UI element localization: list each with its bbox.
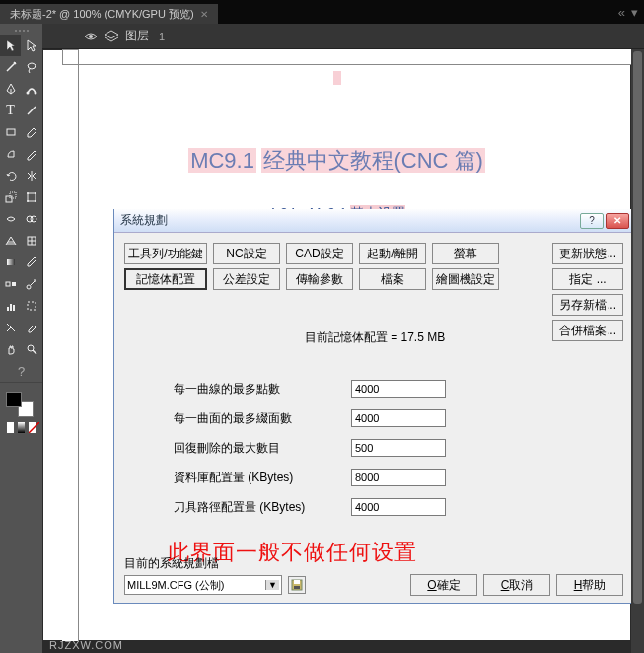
gradient-tool[interactable] <box>0 252 21 273</box>
tab-toolbar-hotkeys[interactable]: 工具列/功能鍵 <box>124 243 207 264</box>
dialog-footer: 目前的系統規劃檔 MILL9M.CFG (公制) ▼ O 確定 C 取消 H 帮… <box>124 555 623 596</box>
eyedropper-tool[interactable] <box>21 252 41 273</box>
tab-screen[interactable]: 螢幕 <box>432 243 499 264</box>
selection-marker <box>333 71 341 85</box>
param-input-surface-patches[interactable] <box>351 409 446 427</box>
line-segment-tool[interactable] <box>21 100 41 121</box>
svg-rect-5 <box>7 129 15 135</box>
svg-rect-24 <box>10 304 12 311</box>
param-input-db-kbytes[interactable] <box>351 469 446 486</box>
reflect-tool[interactable] <box>21 165 41 186</box>
param-row: 每一曲線的最多點數 <box>174 374 625 403</box>
layer-stack-icon[interactable] <box>104 30 119 43</box>
tab-tolerance[interactable]: 公差設定 <box>213 268 280 290</box>
symbol-sprayer-tool[interactable] <box>21 273 41 295</box>
magic-wand-tool[interactable] <box>0 56 21 78</box>
save-icon-button[interactable] <box>288 576 306 594</box>
layer-visibility-icon[interactable] <box>84 31 98 42</box>
system-config-dialog: 系統規劃 ? ✕ 工具列/功能鍵 NC設定 CAD設定 起動/離開 螢幕 記憶体… <box>113 209 634 604</box>
tab-next-icon[interactable]: ▾ <box>629 5 640 20</box>
save-as-button[interactable]: 另存新檔... <box>552 294 623 316</box>
eraser-tool[interactable] <box>21 317 41 338</box>
pencil-tool[interactable] <box>21 143 41 165</box>
shape-builder-tool[interactable] <box>21 208 41 230</box>
rotate-tool[interactable] <box>0 165 21 186</box>
selection-tool[interactable] <box>0 35 21 56</box>
tab-memory-config[interactable]: 記憶体配置 <box>124 268 207 290</box>
color-mode-icon[interactable] <box>6 421 15 434</box>
svg-rect-8 <box>10 192 16 198</box>
column-graph-tool[interactable] <box>0 295 21 317</box>
rectangle-tool[interactable] <box>0 121 21 143</box>
type-tool[interactable]: T <box>0 100 21 121</box>
doc-main-title: MC9.1 经典中文教程(CNC 篇) <box>51 146 622 176</box>
paintbrush-tool[interactable] <box>21 121 41 143</box>
hand-tool[interactable] <box>0 338 21 360</box>
svg-point-15 <box>31 216 36 222</box>
width-tool[interactable] <box>0 208 21 230</box>
tab-prev-icon[interactable]: « <box>616 5 627 20</box>
param-input-undo-max[interactable] <box>351 439 446 457</box>
current-memory-label: 目前記憶体配置 = 17.5 MB <box>124 329 625 346</box>
param-input-toolpath-kbytes[interactable] <box>351 498 446 516</box>
free-transform-tool[interactable] <box>21 186 41 208</box>
svg-point-3 <box>34 92 36 95</box>
param-label: 每一曲面的最多綴面數 <box>174 410 351 427</box>
param-row: 刀具路徑配置量 (KBytes) <box>174 492 625 522</box>
param-label: 每一曲線的最多點數 <box>174 381 351 398</box>
blend-tool[interactable] <box>0 273 21 295</box>
layer-number: 1 <box>159 31 165 42</box>
dialog-titlebar[interactable]: 系統規劃 ? ✕ <box>114 209 633 233</box>
lasso-tool[interactable] <box>21 56 41 78</box>
document-tab[interactable]: 未标题-2* @ 100% (CMYK/GPU 预览) ✕ <box>0 4 218 24</box>
svg-rect-7 <box>6 196 12 202</box>
mesh-tool[interactable] <box>21 230 41 252</box>
fill-swatch[interactable] <box>6 392 22 407</box>
dialog-help-button[interactable]: ? <box>580 213 604 229</box>
layer-label[interactable]: 图层 <box>125 28 149 44</box>
tab-transfer-params[interactable]: 傳輸參數 <box>286 268 353 290</box>
svg-point-10 <box>27 192 29 194</box>
artboard-tool[interactable] <box>21 295 41 317</box>
dialog-close-button[interactable]: ✕ <box>606 213 629 229</box>
tab-files[interactable]: 檔案 <box>359 268 426 290</box>
ruler-origin[interactable] <box>62 49 79 65</box>
svg-point-11 <box>35 192 36 194</box>
merge-file-button[interactable]: 合併檔案... <box>552 320 623 341</box>
vertical-scrollbar[interactable] <box>631 49 644 653</box>
ruler-horizontal[interactable] <box>79 49 631 65</box>
param-label: 刀具路徑配置量 (KBytes) <box>174 499 351 516</box>
help-button[interactable]: H 帮助 <box>556 574 623 596</box>
dialog-title: 系統規劃 <box>118 212 580 229</box>
tab-cad-settings[interactable]: CAD設定 <box>286 243 353 264</box>
config-file-combo[interactable]: MILL9M.CFG (公制) ▼ <box>124 575 282 595</box>
curvature-tool[interactable] <box>21 78 41 100</box>
tab-plotter[interactable]: 繪圖機設定 <box>432 268 499 290</box>
fill-stroke-swatch[interactable] <box>6 392 34 417</box>
param-input-curve-points[interactable] <box>351 380 446 398</box>
pen-tool[interactable] <box>0 78 21 100</box>
update-status-button[interactable]: 更新狀態... <box>552 243 623 264</box>
scroll-thumb[interactable] <box>633 51 642 604</box>
gradient-mode-icon[interactable] <box>17 421 26 434</box>
toggle-fill-stroke[interactable]: ? <box>0 360 42 382</box>
assign-button[interactable]: 指定 ... <box>552 268 623 290</box>
tab-nc-settings[interactable]: NC設定 <box>213 243 280 264</box>
direct-selection-tool[interactable] <box>21 35 41 56</box>
cancel-button[interactable]: C 取消 <box>483 574 550 596</box>
svg-point-13 <box>35 200 36 202</box>
svg-rect-23 <box>7 307 9 311</box>
svg-point-22 <box>27 285 31 289</box>
ok-button[interactable]: O 確定 <box>410 574 477 596</box>
shaper-tool[interactable] <box>0 143 21 165</box>
panel-grip[interactable] <box>0 27 42 35</box>
scale-tool[interactable] <box>0 186 21 208</box>
perspective-grid-tool[interactable] <box>0 230 21 252</box>
slice-tool[interactable] <box>0 317 21 338</box>
zoom-tool[interactable] <box>21 338 41 360</box>
close-tab-icon[interactable]: ✕ <box>200 9 208 20</box>
ruler-vertical[interactable] <box>62 49 79 641</box>
svg-line-29 <box>29 422 39 433</box>
tab-start-exit[interactable]: 起動/離開 <box>359 243 426 264</box>
none-mode-icon[interactable] <box>28 421 36 434</box>
